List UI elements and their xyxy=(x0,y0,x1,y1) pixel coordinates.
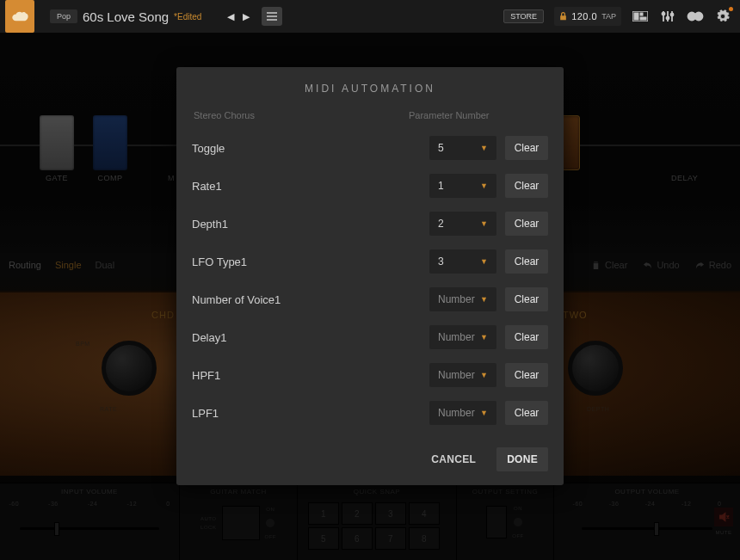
svg-point-8 xyxy=(695,13,703,21)
row-delay1: Delay1 Number▼ Clear xyxy=(192,318,548,356)
chevron-down-icon: ▼ xyxy=(480,219,488,228)
row-rate1-select[interactable]: 1▼ xyxy=(429,174,496,198)
row-rate1-clear[interactable]: Clear xyxy=(505,174,548,198)
mixer-icon[interactable] xyxy=(659,8,676,25)
chevron-down-icon: ▼ xyxy=(480,144,488,152)
cancel-button[interactable]: CANCEL xyxy=(421,447,486,471)
row-toggle-select[interactable]: 5▼ xyxy=(429,136,496,160)
song-title[interactable]: 60s Love Song xyxy=(83,9,169,24)
prev-icon[interactable]: ◀ xyxy=(227,11,234,22)
chevron-down-icon: ▼ xyxy=(480,257,488,266)
row-delay1-clear[interactable]: Clear xyxy=(505,325,548,349)
svg-point-4 xyxy=(663,13,665,15)
row-numvoice1-select[interactable]: Number▼ xyxy=(429,287,496,311)
svg-rect-3 xyxy=(640,17,646,20)
chevron-down-icon: ▼ xyxy=(480,409,488,417)
row-lpf1-select[interactable]: Number▼ xyxy=(429,401,496,425)
svg-point-6 xyxy=(671,14,674,16)
row-numvoice1-clear[interactable]: Clear xyxy=(505,287,548,311)
row-numvoice1: Number of Voice1 Number▼ Clear xyxy=(192,280,548,318)
notification-dot xyxy=(729,7,733,11)
row-hpf1: HPF1 Number▼ Clear xyxy=(192,356,548,394)
row-lfotype1-select[interactable]: 3▼ xyxy=(429,249,496,274)
row-depth1: Depth1 2▼ Clear xyxy=(192,205,548,243)
row-toggle-clear[interactable]: Clear xyxy=(505,136,548,160)
hamburger-icon[interactable] xyxy=(262,7,282,26)
modal-col2-label: Parameter Number xyxy=(409,110,546,120)
gear-icon[interactable] xyxy=(714,8,731,25)
modal-scroll[interactable]: Stereo Chorus Parameter Number Toggle 5▼… xyxy=(176,107,564,435)
row-toggle-label: Toggle xyxy=(192,142,429,155)
row-rate1-label: Rate1 xyxy=(192,180,429,193)
chevron-down-icon: ▼ xyxy=(480,295,488,304)
chevron-down-icon: ▼ xyxy=(480,333,488,342)
tempo-value: 120.0 xyxy=(571,11,597,22)
row-lpf1-label: LPF1 xyxy=(192,407,429,420)
top-bar: Pop 60s Love Song *Edited ◀ ▶ STORE 120.… xyxy=(0,0,740,33)
row-hpf1-label: HPF1 xyxy=(192,369,429,382)
genre-pill[interactable]: Pop xyxy=(50,9,77,23)
row-lfotype1-clear[interactable]: Clear xyxy=(505,249,548,274)
edited-tag: *Edited xyxy=(174,12,201,22)
row-numvoice1-label: Number of Voice1 xyxy=(192,293,429,306)
svg-point-5 xyxy=(667,17,669,20)
row-depth1-label: Depth1 xyxy=(192,218,429,231)
done-button[interactable]: DONE xyxy=(496,447,548,471)
row-depth1-select[interactable]: 2▼ xyxy=(429,212,496,236)
modal-title: MIDI AUTOMATION xyxy=(176,67,564,107)
modal-section-label: Stereo Chorus xyxy=(194,110,409,120)
row-lpf1: LPF1 Number▼ Clear xyxy=(192,394,548,432)
row-delay1-label: Delay1 xyxy=(192,331,429,344)
row-hpf1-clear[interactable]: Clear xyxy=(505,363,548,387)
svg-rect-1 xyxy=(634,13,638,20)
row-delay1-select[interactable]: Number▼ xyxy=(429,325,496,349)
tap-label: TAP xyxy=(601,12,616,21)
next-icon[interactable]: ▶ xyxy=(243,11,250,22)
row-rate1: Rate1 1▼ Clear xyxy=(192,167,548,205)
live-view-icon[interactable] xyxy=(632,8,649,25)
row-lfotype1: LFO Type1 3▼ Clear xyxy=(192,243,548,280)
loop-icon[interactable] xyxy=(687,8,704,25)
row-lfotype1-label: LFO Type1 xyxy=(192,255,429,268)
row-lpf1-clear[interactable]: Clear xyxy=(505,401,548,425)
store-button[interactable]: STORE xyxy=(503,9,544,23)
row-depth1-clear[interactable]: Clear xyxy=(505,212,548,236)
svg-rect-2 xyxy=(640,13,643,15)
lock-icon xyxy=(559,9,567,24)
row-hpf1-select[interactable]: Number▼ xyxy=(429,363,496,387)
tempo-box[interactable]: 120.0 TAP xyxy=(554,7,621,26)
chevron-down-icon: ▼ xyxy=(480,182,488,190)
midi-automation-modal: MIDI AUTOMATION Stereo Chorus Parameter … xyxy=(176,67,564,485)
row-toggle: Toggle 5▼ Clear xyxy=(192,129,548,167)
chevron-down-icon: ▼ xyxy=(480,371,488,379)
cloud-icon[interactable] xyxy=(5,0,34,33)
